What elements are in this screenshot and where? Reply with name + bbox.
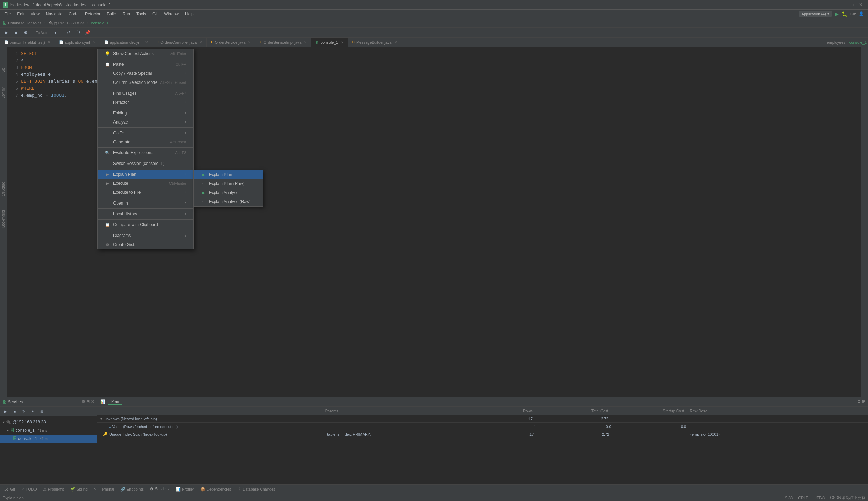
- ctx-go-to[interactable]: Go To ›: [98, 128, 193, 137]
- services-settings-icon[interactable]: ⚙: [82, 399, 85, 404]
- plan-tab[interactable]: Plan: [108, 399, 122, 405]
- menu-refactor[interactable]: Refactor: [82, 11, 103, 17]
- minimize-icon[interactable]: ─: [848, 2, 851, 7]
- submenu-explain-analyse-raw[interactable]: ↔ Explain Analyse (Raw): [194, 197, 263, 206]
- services-collapse-btn[interactable]: ⊟: [38, 407, 46, 416]
- bottom-tab-db-changes[interactable]: 🗄 Database Changes: [234, 485, 278, 493]
- tc-dropdown[interactable]: ▾: [51, 29, 59, 37]
- menu-build[interactable]: Build: [104, 11, 119, 17]
- console-label[interactable]: console_1: [91, 21, 109, 25]
- menu-run[interactable]: Run: [120, 11, 133, 17]
- pin-btn[interactable]: 📌: [83, 29, 92, 37]
- bottom-tab-dependencies[interactable]: 📦 Dependencies: [198, 485, 234, 493]
- menu-edit[interactable]: Edit: [14, 11, 27, 17]
- menu-git[interactable]: Git: [150, 11, 160, 17]
- menu-view[interactable]: View: [28, 11, 42, 17]
- ctx-column-selection[interactable]: Column Selection Mode Alt+Shift+Insert: [98, 78, 193, 87]
- ctx-explain-plan[interactable]: ▶ Explain Plan › ▶ Explain Plan ↔ Explai…: [98, 170, 193, 179]
- git-vertical-tab[interactable]: Git: [1, 68, 5, 73]
- ctx-show-context-actions[interactable]: 💡 Show Context Actions Alt+Enter: [98, 49, 193, 58]
- bottom-tab-problems[interactable]: ⚠ Problems: [40, 485, 67, 493]
- close-icon[interactable]: ✕: [859, 2, 862, 7]
- tab-service-close[interactable]: ✕: [248, 40, 251, 44]
- ctx-copy-paste-special[interactable]: Copy / Paste Special ›: [98, 69, 193, 78]
- bottom-tab-git[interactable]: ⎇ Git: [1, 485, 18, 493]
- tab-console-close[interactable]: ✕: [341, 41, 344, 45]
- tab-pom-close[interactable]: ✕: [48, 40, 50, 44]
- ctx-local-history[interactable]: Local History ›: [98, 209, 193, 218]
- tab-impl-close[interactable]: ✕: [304, 40, 307, 44]
- bottom-tab-services[interactable]: ⚙ Services: [147, 485, 172, 493]
- status-crlf[interactable]: CRLF: [798, 496, 808, 500]
- ctx-switch-session[interactable]: Switch Session (console_1): [98, 159, 193, 168]
- ip-label[interactable]: @192.168.218.23: [54, 21, 85, 25]
- bottom-tab-terminal[interactable]: >_ Terminal: [91, 485, 117, 493]
- tab-yml-close[interactable]: ✕: [93, 40, 96, 44]
- plan-row-3[interactable]: 🔑 Unique Index Scan (Index lookup) table…: [97, 430, 868, 438]
- ctx-execute-to-file[interactable]: Execute to File ›: [98, 188, 193, 197]
- tc-auto-label[interactable]: Tc Auto: [34, 31, 50, 35]
- ctx-analyze[interactable]: Analyze ›: [98, 118, 193, 127]
- services-run-btn[interactable]: ▶: [1, 407, 10, 416]
- tab-console1[interactable]: 🗄 console_1 ✕: [311, 38, 348, 47]
- structure-vertical-tab[interactable]: Structure: [1, 182, 5, 196]
- plan-row-2[interactable]: ≡ Value (Rows fetched before execution) …: [97, 423, 868, 430]
- run-query-btn[interactable]: ▶: [2, 29, 10, 37]
- tab-app-dev-yml[interactable]: 📄 application-dev.yml ✕: [100, 38, 152, 47]
- format-btn[interactable]: ⇄: [64, 29, 72, 37]
- menu-code[interactable]: Code: [66, 11, 81, 17]
- bottom-tab-todo[interactable]: ✓ TODO: [18, 485, 40, 493]
- tab-pom-xml[interactable]: 📄 pom.xml (rabbit-test) ✕: [0, 38, 55, 47]
- tab-message-builder[interactable]: C MessageBuilder.java ✕: [348, 38, 402, 47]
- ctx-execute[interactable]: ▶ Execute Ctrl+Enter: [98, 179, 193, 188]
- tab-orders-controller[interactable]: C OrdersController.java ✕: [152, 38, 207, 47]
- menu-file[interactable]: File: [1, 11, 14, 17]
- status-time[interactable]: 5:38: [785, 496, 793, 500]
- db-consoles-label[interactable]: Database Consoles: [8, 21, 41, 25]
- ctx-folding[interactable]: Folding ›: [98, 109, 193, 118]
- tab-orders-close[interactable]: ✕: [199, 40, 202, 44]
- services-refresh-btn[interactable]: ↻: [19, 407, 28, 416]
- bottom-tab-profiler[interactable]: 📊 Profiler: [173, 485, 197, 493]
- history-btn[interactable]: ⏱: [74, 29, 82, 37]
- plan-gear-icon[interactable]: ⊞: [862, 399, 865, 404]
- submenu-explain-analyse[interactable]: ▶ Explain Analyse: [194, 188, 263, 197]
- services-add-btn[interactable]: +: [29, 407, 37, 416]
- run-button[interactable]: ▶: [835, 11, 839, 17]
- ctx-evaluate[interactable]: 🔍 Evaluate Expression... Alt+F8: [98, 148, 193, 157]
- menu-tools[interactable]: Tools: [134, 11, 149, 17]
- console1-right-tab[interactable]: console_1: [849, 40, 867, 45]
- employees-tab[interactable]: employees: [827, 40, 845, 45]
- menu-window[interactable]: Window: [161, 11, 182, 17]
- stop-btn[interactable]: ■: [12, 29, 20, 37]
- plan-row-1[interactable]: ▾ Unknown (Nested loop left join) 17 2.7…: [97, 415, 868, 423]
- ctx-refactor[interactable]: Refactor ›: [98, 98, 193, 107]
- ctx-diagrams[interactable]: Diagrams ›: [98, 231, 193, 240]
- application-indicator[interactable]: Application (4) ▾: [799, 11, 832, 17]
- commit-vertical-tab[interactable]: Commit: [1, 87, 5, 98]
- menu-navigate[interactable]: Navigate: [43, 11, 65, 17]
- services-tree-root[interactable]: ▾ 🔌 @192.168.218.23: [0, 418, 97, 426]
- bottom-tab-endpoints[interactable]: 🔗 Endpoints: [118, 485, 146, 493]
- ctx-paste[interactable]: 📋 Paste Ctrl+V: [98, 60, 193, 69]
- services-console-child[interactable]: 🗄 console_1 41 ms: [0, 435, 97, 443]
- status-encoding[interactable]: UTF-8: [814, 496, 825, 500]
- plan-settings-icon[interactable]: ⚙: [857, 399, 861, 404]
- maximize-icon[interactable]: □: [854, 2, 856, 7]
- tab-application-yml[interactable]: 📄 application.yml ✕: [55, 38, 100, 47]
- ctx-create-gist[interactable]: ⚙ Create Gist...: [98, 240, 193, 249]
- debug-button[interactable]: 🐛: [842, 11, 847, 17]
- menu-help[interactable]: Help: [182, 11, 197, 17]
- bottom-tab-spring[interactable]: 🌱 Spring: [67, 485, 90, 493]
- ctx-find-usages[interactable]: Find Usages Alt+F7: [98, 89, 193, 98]
- ctx-open-in[interactable]: Open In ›: [98, 199, 193, 208]
- tab-msg-close[interactable]: ✕: [394, 40, 397, 44]
- services-stop-btn[interactable]: ■: [10, 407, 19, 416]
- services-console-parent[interactable]: ▾ 🗄 console_1 41 ms: [0, 426, 97, 435]
- services-gear-icon[interactable]: ⊞: [87, 399, 90, 404]
- submenu-explain-plan-raw[interactable]: ↔ Explain Plan (Raw): [194, 179, 263, 188]
- ctx-compare-clipboard[interactable]: 📋 Compare with Clipboard: [98, 220, 193, 229]
- tab-dev-yml-close[interactable]: ✕: [145, 40, 148, 44]
- settings-btn[interactable]: ⚙: [22, 29, 30, 37]
- bookmarks-vertical-tab[interactable]: Bookmarks: [1, 210, 5, 228]
